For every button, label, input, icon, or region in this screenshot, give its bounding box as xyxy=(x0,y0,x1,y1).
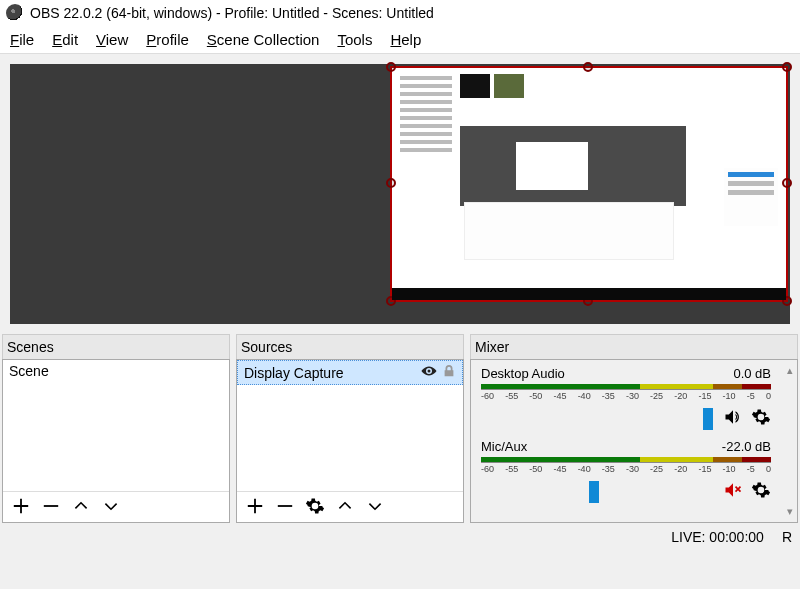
mixer-channel-name: Desktop Audio xyxy=(481,366,565,381)
scenes-panel: Scenes Scene xyxy=(2,334,230,523)
sources-toolbar xyxy=(237,491,463,522)
menu-tools[interactable]: Tools xyxy=(337,31,372,48)
scene-item[interactable]: Scene xyxy=(3,360,229,382)
live-status: LIVE: 00:00:00 xyxy=(671,529,764,545)
meter-ticks: -60-55-50-45-40-35-30-25-20-15-10-50 xyxy=(481,464,771,474)
mixer-body: Desktop Audio 0.0 dB -60-55-50-45-40-35-… xyxy=(470,359,798,523)
mixer-panel: Mixer Desktop Audio 0.0 dB -60-55-50-45-… xyxy=(470,334,798,523)
resize-handle-icon[interactable] xyxy=(386,62,396,72)
sources-panel: Sources Display Capture xyxy=(236,334,464,523)
sources-list[interactable]: Display Capture xyxy=(236,359,464,523)
display-capture-source[interactable] xyxy=(390,66,788,302)
capture-content xyxy=(460,126,686,206)
menu-edit[interactable]: Edit xyxy=(52,31,78,48)
menu-scene-collection[interactable]: Scene Collection xyxy=(207,31,320,48)
capture-content xyxy=(460,74,660,114)
source-item[interactable]: Display Capture xyxy=(237,360,463,385)
mute-toggle-icon[interactable] xyxy=(723,408,743,430)
app-logo-icon xyxy=(6,4,24,22)
menu-help[interactable]: Help xyxy=(390,31,421,48)
sources-header: Sources xyxy=(236,334,464,359)
resize-handle-icon[interactable] xyxy=(583,62,593,72)
rec-status: R xyxy=(782,529,792,545)
svg-rect-2 xyxy=(278,505,292,507)
capture-content xyxy=(392,288,786,300)
source-properties-button[interactable] xyxy=(305,496,325,516)
mixer-channel-level: -22.0 dB xyxy=(722,439,771,454)
bottom-panels: Scenes Scene Sources xyxy=(0,334,800,523)
channel-settings-button[interactable] xyxy=(751,407,771,431)
remove-source-button[interactable] xyxy=(275,496,295,516)
source-item-label: Display Capture xyxy=(244,365,344,381)
mixer-channel-name: Mic/Aux xyxy=(481,439,527,454)
scenes-list[interactable]: Scene xyxy=(2,359,230,523)
mixer-header: Mixer xyxy=(470,334,798,359)
capture-content xyxy=(724,168,778,226)
add-source-button[interactable] xyxy=(245,496,265,516)
status-bar: LIVE: 00:00:00 R xyxy=(0,523,800,549)
add-scene-button[interactable] xyxy=(11,496,31,516)
menu-profile[interactable]: Profile xyxy=(146,31,189,48)
move-source-up-button[interactable] xyxy=(335,496,355,516)
title-bar: OBS 22.0.2 (64-bit, windows) - Profile: … xyxy=(0,0,800,26)
resize-handle-icon[interactable] xyxy=(782,178,792,188)
move-source-down-button[interactable] xyxy=(365,496,385,516)
audio-meter xyxy=(481,457,771,463)
resize-handle-icon[interactable] xyxy=(386,178,396,188)
visibility-toggle-icon[interactable] xyxy=(420,364,438,381)
svg-point-1 xyxy=(428,370,431,373)
move-scene-down-button[interactable] xyxy=(101,496,121,516)
channel-settings-button[interactable] xyxy=(751,480,771,504)
mixer-channel-desktop-audio: Desktop Audio 0.0 dB -60-55-50-45-40-35-… xyxy=(471,360,783,433)
audio-meter xyxy=(481,384,771,390)
scroll-up-icon[interactable]: ▴ xyxy=(783,364,797,377)
mute-toggle-icon[interactable] xyxy=(723,481,743,503)
capture-content xyxy=(464,202,674,260)
scroll-down-icon[interactable]: ▾ xyxy=(783,505,797,518)
mixer-channel-level: 0.0 dB xyxy=(733,366,771,381)
menu-view[interactable]: View xyxy=(96,31,128,48)
preview-area[interactable] xyxy=(10,64,790,324)
menu-bar: File Edit View Profile Scene Collection … xyxy=(0,26,800,54)
menu-file[interactable]: File xyxy=(10,31,34,48)
lock-toggle-icon[interactable] xyxy=(442,364,456,381)
meter-ticks: -60-55-50-45-40-35-30-25-20-15-10-50 xyxy=(481,391,771,401)
volume-slider[interactable] xyxy=(589,481,599,503)
resize-handle-icon[interactable] xyxy=(782,62,792,72)
volume-slider[interactable] xyxy=(703,408,713,430)
scenes-header: Scenes xyxy=(2,334,230,359)
capture-content xyxy=(396,72,456,282)
move-scene-up-button[interactable] xyxy=(71,496,91,516)
scenes-toolbar xyxy=(3,491,229,522)
svg-rect-0 xyxy=(44,505,58,507)
remove-scene-button[interactable] xyxy=(41,496,61,516)
window-title: OBS 22.0.2 (64-bit, windows) - Profile: … xyxy=(30,5,434,21)
mixer-channel-mic-aux: Mic/Aux -22.0 dB -60-55-50-45-40-35-30-2… xyxy=(471,433,783,506)
